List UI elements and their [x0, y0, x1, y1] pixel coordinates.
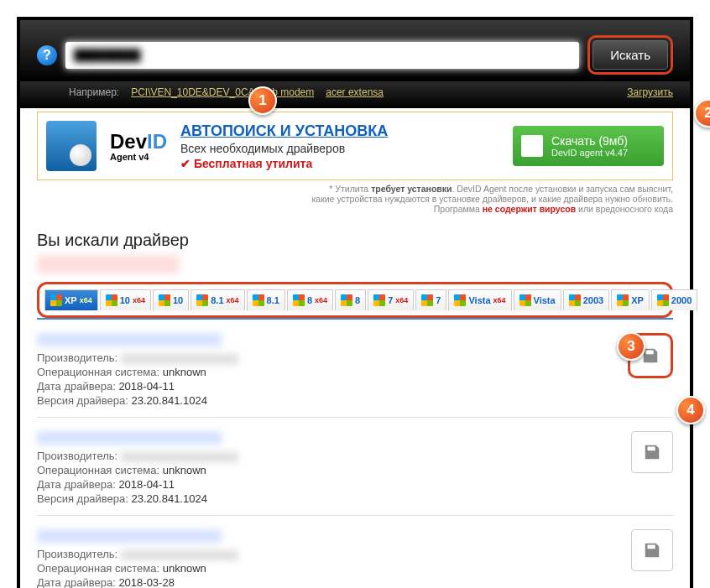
os-tabs: XPx6410x64108.1x648.18x6487x647Vistax64V…: [44, 289, 666, 310]
search-input[interactable]: [65, 42, 579, 69]
windows-icon: [519, 294, 531, 306]
os-tab[interactable]: 8x64: [287, 289, 333, 310]
os-tab[interactable]: 8.1: [247, 289, 285, 310]
search-button-highlight: Искать: [587, 35, 673, 75]
install-note: * Утилита требует установки. DevID Agent…: [37, 184, 673, 214]
example-link[interactable]: PCI\VEN_10DE&DEV_0CA3: [131, 86, 260, 98]
search-bar: ? Искать: [20, 20, 690, 81]
promo-free-label: Бесплатная утилита: [180, 157, 499, 170]
page-title: Вы искали драйвер: [37, 231, 673, 250]
callout-badge-3: 3: [617, 332, 645, 361]
floppy-icon: [643, 541, 661, 559]
save-icon: [523, 137, 541, 155]
example-link[interactable]: acer extensa: [326, 86, 384, 98]
callout-badge-1: 1: [248, 86, 277, 115]
os-row: Операционная система: unknown: [37, 464, 631, 476]
os-row: Операционная система: unknown: [37, 366, 628, 378]
result-title-blurred: [37, 333, 222, 346]
windows-icon: [293, 294, 305, 306]
download-title: Скачать (9мб): [551, 134, 652, 148]
promo-subtitle: Всех необходимых драйверов: [180, 142, 499, 155]
os-tab[interactable]: Vista: [514, 289, 561, 310]
result-title-blurred: [37, 431, 222, 445]
download-subtitle: DevID agent v4.47: [551, 148, 652, 158]
manufacturer-row: Производитель:: [37, 450, 631, 462]
os-tab[interactable]: 7: [415, 289, 446, 310]
windows-icon: [196, 294, 208, 306]
windows-icon: [657, 294, 669, 306]
floppy-icon: [643, 443, 661, 461]
os-tab[interactable]: 10x64: [100, 289, 151, 310]
windows-icon: [421, 294, 433, 306]
help-icon[interactable]: ?: [37, 45, 57, 65]
windows-icon: [50, 294, 62, 306]
driver-result: Производитель: Операционная система: unk…: [37, 333, 673, 418]
windows-icon: [617, 294, 629, 306]
manufacturer-row: Производитель:: [37, 351, 628, 364]
os-tab[interactable]: 8.1x64: [191, 289, 244, 310]
windows-icon: [341, 294, 352, 306]
callout-badge-2: 2: [694, 99, 710, 127]
os-tab[interactable]: 10: [153, 289, 189, 310]
driver-result: Производитель: Операционная система: unk…: [37, 529, 673, 588]
os-tab[interactable]: XPx64: [44, 289, 98, 310]
windows-icon: [159, 294, 170, 306]
examples-label: Например:: [69, 86, 119, 98]
version-row: Версия драйвера: 23.20.841.1024: [37, 394, 628, 407]
os-tab[interactable]: 7x64: [368, 289, 414, 310]
windows-icon: [253, 294, 264, 306]
tabs-underline: [37, 318, 673, 320]
devid-logo-icon: [46, 121, 97, 171]
driver-result: Производитель: Операционная система: unk…: [37, 431, 673, 516]
upload-link[interactable]: Загрузить: [627, 86, 673, 98]
search-button[interactable]: Искать: [593, 40, 668, 70]
windows-icon: [106, 294, 117, 306]
os-tab[interactable]: 2000: [651, 289, 697, 310]
windows-icon: [454, 294, 466, 306]
save-driver-button[interactable]: [631, 529, 673, 571]
example-link[interactable]: b modem: [272, 86, 314, 98]
save-driver-button[interactable]: [631, 431, 673, 473]
os-tab[interactable]: Vistax64: [448, 289, 511, 310]
result-title-blurred: [37, 529, 222, 543]
os-row: Операционная система: unknown: [37, 562, 631, 575]
os-tab[interactable]: 2003: [563, 289, 609, 310]
os-tabs-highlight: XPx6410x64108.1x648.18x6487x647Vistax64V…: [37, 282, 673, 318]
os-tab[interactable]: XP: [611, 289, 650, 310]
examples-row: Например: PCI\VEN_10DE&DEV_0CA3 b modem …: [20, 81, 690, 108]
callout-badge-4: 4: [676, 396, 705, 424]
search-input-wrap: [65, 42, 579, 69]
promo-text: АВТОПОИСК И УСТАНОВКА Всех необходимых д…: [180, 122, 499, 170]
version-row: Версия драйвера: 23.20.841.1024: [37, 492, 631, 505]
date-row: Дата драйвера: 2018-04-11: [37, 380, 628, 393]
date-row: Дата драйвера: 2018-03-28: [37, 576, 631, 588]
windows-icon: [569, 294, 581, 306]
windows-icon: [373, 294, 385, 306]
promo-banner: DevID Agent v4 АВТОПОИСК И УСТАНОВКА Все…: [37, 112, 673, 180]
brand-text: DevID Agent v4: [110, 130, 167, 162]
os-tab[interactable]: 8: [335, 289, 366, 310]
search-term-blurred: [37, 255, 180, 273]
download-button[interactable]: Скачать (9мб) DevID agent v4.47: [513, 126, 664, 166]
manufacturer-row: Производитель:: [37, 548, 631, 560]
promo-headline-link[interactable]: АВТОПОИСК И УСТАНОВКА: [180, 122, 388, 139]
date-row: Дата драйвера: 2018-04-11: [37, 478, 631, 491]
